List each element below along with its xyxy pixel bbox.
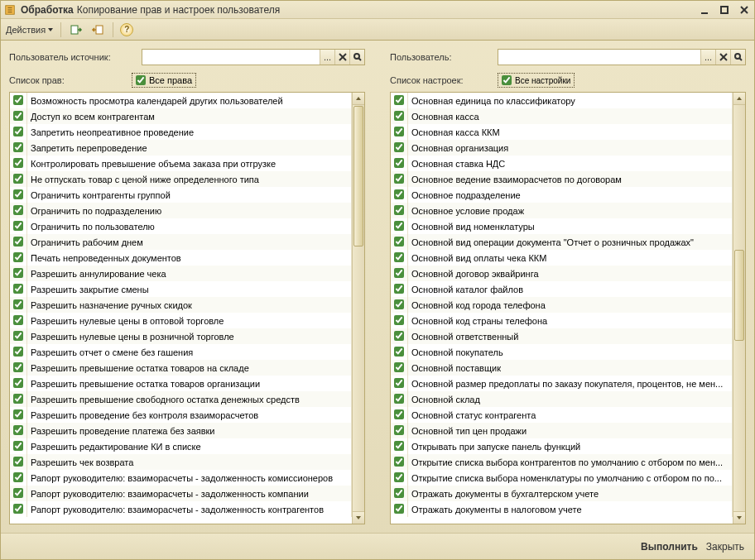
setting-item-row[interactable]: Основной договор эквайринга (391, 266, 733, 281)
right-item-check[interactable] (10, 501, 27, 517)
setting-item-row[interactable]: Основной статус контрагента (391, 407, 733, 423)
right-item-row[interactable]: Ограничить контрагенты группой (10, 187, 352, 203)
setting-item-check[interactable] (391, 156, 408, 171)
setting-item-check[interactable] (391, 266, 408, 281)
right-item-row[interactable]: Разрешить нулевые цены в оптовой торговл… (10, 313, 352, 328)
execute-button[interactable]: Выполнить (641, 541, 698, 553)
right-item-row[interactable]: Разрешить закрытие смены (10, 281, 352, 297)
right-item-check[interactable] (10, 391, 27, 407)
setting-item-check[interactable] (391, 438, 408, 454)
right-item-check[interactable] (10, 423, 27, 438)
right-item-check[interactable] (10, 438, 27, 454)
right-item-check[interactable] (10, 108, 27, 124)
setting-item-check[interactable] (391, 108, 408, 124)
right-item-row[interactable]: Ограничить по пользователю (10, 218, 352, 234)
right-item-row[interactable]: Не отпускать товар с ценой ниже определе… (10, 171, 352, 187)
setting-item-check[interactable] (391, 407, 408, 423)
right-item-check[interactable] (10, 281, 27, 297)
right-item-row[interactable]: Разрешить редактирование КИ в списке (10, 438, 352, 454)
right-item-check[interactable] (10, 297, 27, 313)
source-user-input[interactable] (142, 50, 320, 65)
setting-item-row[interactable]: Основной поставщик (391, 360, 733, 376)
setting-item-check[interactable] (391, 360, 408, 376)
copy-rights-button[interactable] (68, 22, 84, 38)
right-item-check[interactable] (10, 328, 27, 344)
right-item-row[interactable]: Разрешить превышение остатка товаров орг… (10, 376, 352, 391)
setting-item-row[interactable]: Основной склад (391, 391, 733, 407)
setting-item-check[interactable] (391, 171, 408, 187)
setting-item-check[interactable] (391, 124, 408, 140)
right-item-check[interactable] (10, 486, 27, 501)
rights-scroll-down[interactable] (353, 511, 364, 524)
right-item-row[interactable]: Разрешить аннулирование чека (10, 266, 352, 281)
setting-item-check[interactable] (391, 454, 408, 470)
right-item-check[interactable] (10, 376, 27, 391)
rights-scrollbar[interactable] (352, 93, 364, 524)
setting-item-check[interactable] (391, 376, 408, 391)
right-item-row[interactable]: Рапорт руководителю: взаиморасчеты - зад… (10, 470, 352, 486)
right-item-row[interactable]: Разрешить проведение платежа без заявки (10, 423, 352, 438)
settings-scrollbar[interactable] (733, 93, 745, 524)
setting-item-row[interactable]: Основной вид операции документа "Отчет о… (391, 234, 733, 250)
right-item-check[interactable] (10, 171, 27, 187)
maximize-button[interactable] (718, 3, 731, 17)
setting-item-row[interactable]: Основной вид оплаты чека ККМ (391, 250, 733, 266)
copy-settings-button[interactable] (89, 22, 106, 38)
right-item-check[interactable] (10, 344, 27, 360)
right-item-check[interactable] (10, 93, 27, 108)
right-item-check[interactable] (10, 203, 27, 218)
right-item-check[interactable] (10, 250, 27, 266)
setting-item-row[interactable]: Основной тип цен продажи (391, 423, 733, 438)
setting-item-check[interactable] (391, 391, 408, 407)
setting-item-check[interactable] (391, 501, 408, 517)
right-item-row[interactable]: Разрешить назначение ручных скидок (10, 297, 352, 313)
settings-scroll-thumb[interactable] (734, 250, 744, 341)
setting-item-row[interactable]: Основной вид номенклатуры (391, 218, 733, 234)
target-user-select-button[interactable]: ... (700, 50, 715, 65)
target-user-input[interactable] (498, 50, 700, 65)
setting-item-row[interactable]: Открывать при запуске панель функций (391, 438, 733, 454)
rights-scroll-up[interactable] (353, 93, 364, 105)
right-item-row[interactable]: Разрешить превышение остатка товаров на … (10, 360, 352, 376)
right-item-row[interactable]: Запретить неопреативное проведение (10, 124, 352, 140)
all-rights-checkbox[interactable]: Все права (132, 73, 196, 88)
all-settings-checkbox[interactable]: Все настройки (498, 73, 575, 88)
right-item-row[interactable]: Разрешить превышение свободного остатка … (10, 391, 352, 407)
rights-scroll-thumb[interactable] (353, 106, 363, 246)
setting-item-check[interactable] (391, 187, 408, 203)
setting-item-row[interactable]: Основная касса (391, 108, 733, 124)
right-item-check[interactable] (10, 187, 27, 203)
right-item-row[interactable]: Ограничить по подразделению (10, 203, 352, 218)
right-item-row[interactable]: Доступ ко всем контрагентам (10, 108, 352, 124)
settings-scroll-up[interactable] (733, 93, 745, 105)
setting-item-check[interactable] (391, 93, 408, 108)
right-item-row[interactable]: Разрешить отчет о смене без гашения (10, 344, 352, 360)
setting-item-check[interactable] (391, 281, 408, 297)
actions-menu[interactable]: Действия (6, 25, 54, 35)
setting-item-check[interactable] (391, 344, 408, 360)
setting-item-check[interactable] (391, 313, 408, 328)
settings-scroll-down[interactable] (733, 511, 745, 524)
setting-item-row[interactable]: Основное подразделение (391, 187, 733, 203)
right-item-row[interactable]: Печать непроведенных документов (10, 250, 352, 266)
setting-item-row[interactable]: Основной каталог файлов (391, 281, 733, 297)
setting-item-row[interactable]: Открытие списка выбора номенклатуры по у… (391, 470, 733, 486)
setting-item-row[interactable]: Основной код страны телефона (391, 313, 733, 328)
setting-item-row[interactable]: Основная касса ККМ (391, 124, 733, 140)
setting-item-row[interactable]: Основной покупатель (391, 344, 733, 360)
right-item-check[interactable] (10, 454, 27, 470)
setting-item-check[interactable] (391, 218, 408, 234)
right-item-row[interactable]: Возможность просмотра календарей других … (10, 93, 352, 108)
source-user-open-button[interactable] (349, 50, 364, 65)
source-user-select-button[interactable]: ... (320, 50, 334, 65)
close-footer-button[interactable]: Закрыть (706, 541, 744, 553)
right-item-check[interactable] (10, 313, 27, 328)
source-user-clear-button[interactable] (334, 50, 349, 65)
setting-item-row[interactable]: Основной размер предоплаты по заказу пок… (391, 376, 733, 391)
right-item-check[interactable] (10, 124, 27, 140)
setting-item-row[interactable]: Отражать документы в налоговом учете (391, 501, 733, 517)
right-item-row[interactable]: Запретить перепроведение (10, 140, 352, 156)
target-user-clear-button[interactable] (715, 50, 730, 65)
setting-item-row[interactable]: Основное ведение взаиморасчетов по догов… (391, 171, 733, 187)
setting-item-row[interactable]: Отражать документы в бухгалтерском учете (391, 486, 733, 501)
